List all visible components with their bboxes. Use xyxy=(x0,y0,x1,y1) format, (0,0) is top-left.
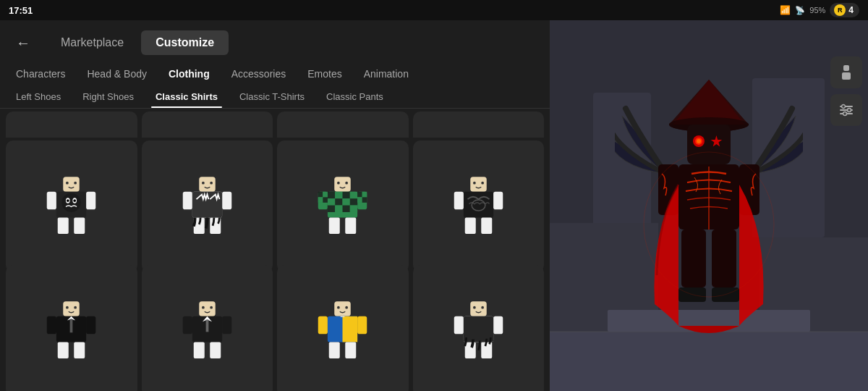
svg-rect-94 xyxy=(493,316,503,334)
svg-point-80 xyxy=(337,306,340,309)
filter-btn[interactable] xyxy=(830,94,862,126)
char-preview xyxy=(550,20,868,391)
right-panel xyxy=(550,20,868,391)
sub-tab-left-shoes[interactable]: Left Shoes xyxy=(6,85,71,108)
cat-tab-clothing[interactable]: Clothing xyxy=(158,62,220,85)
partial-row xyxy=(0,109,550,135)
svg-point-61 xyxy=(75,306,77,309)
svg-point-81 xyxy=(346,306,349,309)
svg-rect-65 xyxy=(58,342,69,359)
svg-rect-34 xyxy=(328,198,335,205)
svg-rect-120 xyxy=(712,230,736,287)
sub-tab-right-shoes[interactable]: Right Shoes xyxy=(72,85,144,108)
svg-rect-0 xyxy=(64,177,80,192)
partial-cell-1 xyxy=(6,112,137,138)
tab-customize[interactable]: Customize xyxy=(141,30,229,55)
svg-rect-53 xyxy=(464,192,493,218)
svg-rect-86 xyxy=(329,342,340,359)
svg-rect-95 xyxy=(465,342,476,359)
svg-point-24 xyxy=(346,182,349,185)
svg-rect-56 xyxy=(465,218,476,235)
svg-point-51 xyxy=(473,182,476,185)
grid-item-7[interactable] xyxy=(277,265,409,391)
svg-rect-57 xyxy=(481,218,492,235)
svg-point-1 xyxy=(66,182,69,185)
partial-cell-4 xyxy=(413,112,545,138)
svg-rect-79 xyxy=(335,301,352,316)
svg-rect-75 xyxy=(194,342,205,359)
grid-item-8[interactable] xyxy=(413,265,545,391)
svg-rect-87 xyxy=(346,342,357,359)
svg-rect-93 xyxy=(454,316,464,334)
svg-rect-4 xyxy=(47,192,56,209)
svg-rect-119 xyxy=(681,230,706,287)
grid-item-3[interactable] xyxy=(277,140,409,272)
svg-point-14 xyxy=(202,182,205,185)
svg-rect-33 xyxy=(350,192,357,198)
svg-rect-37 xyxy=(350,198,357,205)
svg-rect-84 xyxy=(318,316,328,334)
svg-rect-29 xyxy=(346,218,357,235)
svg-rect-31 xyxy=(335,192,342,198)
partial-cell-2 xyxy=(142,112,273,138)
svg-rect-125 xyxy=(842,72,851,80)
sub-tab-classic-shirts[interactable]: Classic Shirts xyxy=(145,85,228,108)
sub-tab-classic-pants[interactable]: Classic Pants xyxy=(316,85,393,108)
svg-rect-68 xyxy=(70,319,73,333)
svg-rect-89 xyxy=(470,301,487,316)
svg-rect-49 xyxy=(362,198,367,203)
character-preview xyxy=(615,72,803,377)
grid-item-6[interactable] xyxy=(142,265,273,391)
svg-rect-63 xyxy=(47,316,56,334)
svg-rect-59 xyxy=(64,301,80,316)
svg-rect-76 xyxy=(210,342,221,359)
svg-rect-48 xyxy=(357,198,362,203)
svg-rect-30 xyxy=(328,192,335,198)
signal-icon: 📡 xyxy=(795,6,805,15)
svg-rect-13 xyxy=(199,177,216,192)
svg-rect-97 xyxy=(464,316,493,342)
nav-header: ← Marketplace Customize xyxy=(0,20,550,62)
grid-item-4[interactable] xyxy=(413,140,545,272)
svg-rect-110 xyxy=(687,125,731,164)
nav-tabs: Marketplace Customize xyxy=(46,30,229,55)
cat-tab-characters[interactable]: Characters xyxy=(6,62,75,85)
svg-point-23 xyxy=(337,182,340,185)
svg-rect-41 xyxy=(350,206,357,212)
svg-rect-74 xyxy=(222,316,231,334)
svg-point-11 xyxy=(67,199,69,202)
cat-tab-accessories[interactable]: Accessories xyxy=(221,62,296,85)
svg-rect-124 xyxy=(843,65,849,71)
svg-rect-88 xyxy=(341,316,345,317)
grid-item-2[interactable] xyxy=(142,140,273,272)
svg-point-131 xyxy=(843,112,847,116)
cat-tab-head-body[interactable]: Head & Body xyxy=(77,62,157,85)
svg-rect-46 xyxy=(357,192,362,198)
svg-rect-35 xyxy=(335,198,342,205)
svg-rect-64 xyxy=(86,316,95,334)
grid-item-5[interactable] xyxy=(6,265,137,391)
status-time: 17:51 xyxy=(9,5,33,16)
tab-marketplace[interactable]: Marketplace xyxy=(46,30,138,55)
robux-icon: R xyxy=(834,4,846,16)
back-button[interactable]: ← xyxy=(12,31,35,54)
cat-tab-animation[interactable]: Animation xyxy=(354,62,419,85)
svg-rect-54 xyxy=(454,192,464,209)
svg-rect-42 xyxy=(318,192,323,198)
character-toggle-btn[interactable] xyxy=(830,56,862,88)
svg-rect-38 xyxy=(328,206,335,212)
svg-rect-40 xyxy=(343,206,350,212)
grid-item-1[interactable] xyxy=(6,140,137,272)
svg-point-70 xyxy=(202,306,205,309)
cat-tab-emotes[interactable]: Emotes xyxy=(297,62,352,85)
svg-rect-36 xyxy=(343,198,350,205)
battery-icon: 95% xyxy=(809,6,825,14)
sub-tab-classic-tshirts[interactable]: Classic T-Shirts xyxy=(229,85,315,108)
partial-cell-3 xyxy=(277,112,409,138)
svg-rect-18 xyxy=(222,192,231,209)
svg-point-130 xyxy=(848,109,851,112)
svg-rect-50 xyxy=(470,177,487,192)
robux-badge[interactable]: R 4 xyxy=(830,3,859,17)
svg-point-52 xyxy=(481,182,484,185)
svg-rect-78 xyxy=(205,320,208,332)
